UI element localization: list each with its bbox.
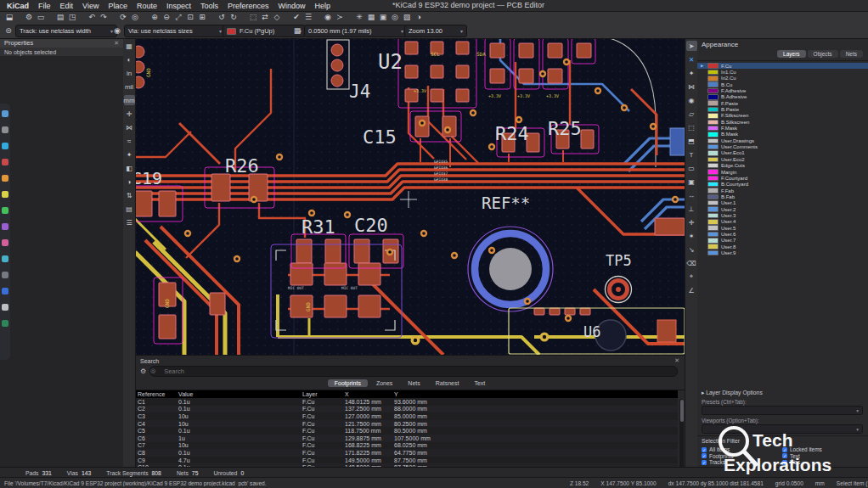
filter-all-items[interactable]: ✓All items xyxy=(702,446,782,453)
track-width-icon[interactable]: ⊜ xyxy=(3,25,14,36)
net-highlight-icon[interactable]: ✦ xyxy=(124,149,135,160)
layer-row-f-adhesive[interactable]: F.Adhesive xyxy=(696,87,868,93)
layer-color-swatch[interactable] xyxy=(707,76,719,81)
layer-row-user-2[interactable]: User.2 xyxy=(696,206,868,212)
route-tracks-tool-icon[interactable]: ✕ xyxy=(686,54,697,65)
silkscreen-label[interactable]: C20 xyxy=(354,215,388,236)
silkscreen-label[interactable]: REF** xyxy=(482,194,530,212)
layer-display-options-header[interactable]: ▸ Layer Display Options xyxy=(696,388,868,398)
silkscreen-label[interactable]: MIC OUT xyxy=(341,286,358,290)
layer-row-user-5[interactable]: User.5 xyxy=(696,225,868,231)
full-crosshair-cursor-icon[interactable]: ✛ xyxy=(124,109,135,119)
filter-text[interactable]: ✓Text xyxy=(782,453,863,460)
drc-icon[interactable]: ✔ xyxy=(290,12,302,22)
add-radial-dimension-tool-icon[interactable]: ✶ xyxy=(686,231,697,241)
layer-row-f-fab[interactable]: F.Fab xyxy=(696,188,868,194)
layer-row-b-cu[interactable]: B.Cu xyxy=(696,81,868,87)
search-input[interactable] xyxy=(149,366,678,377)
layer-color-swatch[interactable] xyxy=(707,126,719,132)
pcb-canvas[interactable]: GPIO35GPIO36GPIO37GPIO38 U2J4C15R24R25R2… xyxy=(135,38,685,355)
menu-file[interactable]: File xyxy=(38,2,51,10)
layer-color-swatch[interactable] xyxy=(707,150,719,156)
layer-row-f-silkscreen[interactable]: F.Silkscreen xyxy=(696,113,868,119)
menu-tools[interactable]: Tools xyxy=(200,2,218,10)
checkbox-icon[interactable]: ✓ xyxy=(702,460,707,465)
menu-route[interactable]: Route xyxy=(137,2,157,10)
table-row[interactable]: C50.1uF.Cu118.7500 mm80.5000 mm xyxy=(135,427,678,435)
high-contrast-mode-icon[interactable]: ◑ xyxy=(124,177,135,187)
layer-color-swatch[interactable] xyxy=(707,144,719,150)
set-drill-origin-tool-icon[interactable]: ⌖ xyxy=(686,272,697,282)
dock-app-3[interactable] xyxy=(2,143,8,149)
silkscreen-label[interactable]: TP5 xyxy=(606,252,632,269)
high-contrast-display-icon[interactable]: ◑ xyxy=(413,12,425,22)
layer-color-swatch[interactable] xyxy=(707,138,719,144)
layer-color-swatch[interactable] xyxy=(707,188,719,194)
dock-app-12[interactable] xyxy=(2,288,8,294)
table-row[interactable]: C94.7uF.Cu149.5000 mm87.7500 mm xyxy=(135,457,678,464)
redo-icon[interactable]: ↷ xyxy=(98,12,110,22)
silkscreen-label[interactable]: GND xyxy=(145,68,151,77)
layer-row-f-courtyard[interactable]: F.Courtyard xyxy=(696,175,868,181)
silkscreen-label[interactable]: R24 xyxy=(495,123,529,144)
add-footprint-tool-icon[interactable]: ⬒ xyxy=(686,136,697,146)
rotate-ccw-icon[interactable]: ↺ xyxy=(216,12,228,22)
column-header-x[interactable]: X xyxy=(342,390,392,398)
add-text-tool-icon[interactable]: T xyxy=(686,149,697,160)
silkscreen-label[interactable]: GPIO37 xyxy=(434,171,448,176)
layer-row-f-mask[interactable]: F.Mask xyxy=(696,125,868,131)
add-aligned-dimension-tool-icon[interactable]: ↔ xyxy=(686,190,697,200)
dock-app-11[interactable] xyxy=(2,272,8,278)
silkscreen-label[interactable]: SDA xyxy=(476,51,486,57)
layer-color-swatch[interactable] xyxy=(707,219,719,225)
layer-color-swatch[interactable] xyxy=(707,206,719,212)
layer-row-b-courtyard[interactable]: B.Courtyard xyxy=(696,182,868,188)
layer-color-swatch[interactable] xyxy=(707,213,719,219)
units-millimeters-icon[interactable]: mm xyxy=(124,95,135,105)
add-orthogonal-dimension-tool-icon[interactable]: ⊥ xyxy=(686,204,697,214)
close-icon[interactable]: ✕ xyxy=(674,357,679,364)
silkscreen-label[interactable]: GPIO38 xyxy=(434,177,448,182)
layer-color-swatch[interactable] xyxy=(707,113,719,119)
layer-row-user-eco1[interactable]: User.Eco1 xyxy=(696,150,868,156)
via-size-dropdown[interactable]: Via: use netclass sizes▾ xyxy=(124,25,226,37)
scrollbar[interactable] xyxy=(679,399,684,470)
menu-kicad[interactable]: KiCad xyxy=(7,2,29,10)
layer-row-user-9[interactable]: User.9 xyxy=(696,250,868,255)
search-tab-text[interactable]: Text xyxy=(467,379,492,387)
layer-color-swatch[interactable] xyxy=(707,88,719,94)
layer-row-b-adhesive[interactable]: B.Adhesive xyxy=(696,94,868,100)
zoom-out-icon[interactable]: ⊖ xyxy=(161,12,172,22)
units-inches-icon[interactable]: in xyxy=(124,68,135,78)
menu-inspect[interactable]: Inspect xyxy=(166,2,191,10)
layer-color-swatch[interactable] xyxy=(707,94,719,100)
silkscreen-label[interactable]: C19 xyxy=(135,168,162,188)
layer-row-user-drawings[interactable]: User.Drawings xyxy=(696,137,868,143)
scripting-console-icon[interactable]: ≻ xyxy=(334,12,346,22)
grid-size-dropdown[interactable]: 0.0500 mm (1.97 mils)▾ xyxy=(304,25,408,37)
dock-app-14[interactable] xyxy=(2,320,8,327)
filter-footprints[interactable]: ✓Footprints xyxy=(702,453,782,460)
layer-row-user-8[interactable]: User.8 xyxy=(696,244,868,250)
layer-row-b-paste[interactable]: B.Paste xyxy=(696,106,868,112)
layer-row-user-eco2[interactable]: User.Eco2 xyxy=(696,156,868,162)
layer-row-margin[interactable]: Margin xyxy=(696,169,868,175)
zoom-in-icon[interactable]: ⊕ xyxy=(149,12,161,22)
menu-place[interactable]: Place xyxy=(108,2,127,10)
layer-row-b-silkscreen[interactable]: B.Silkscreen xyxy=(696,119,868,125)
checkbox-icon[interactable]: ✓ xyxy=(702,447,707,452)
column-header-value[interactable]: Value xyxy=(176,390,300,398)
search-tab-footprints[interactable]: Footprints xyxy=(328,379,368,387)
curved-ratsnest-icon[interactable]: ≈ xyxy=(124,136,135,146)
layer-row-user-7[interactable]: User.7 xyxy=(696,238,868,244)
dock-app-7[interactable] xyxy=(2,207,8,214)
layer-row-user-6[interactable]: User.6 xyxy=(696,231,868,237)
layers-manager-icon[interactable]: ☰ xyxy=(302,12,314,22)
ratsnest-visibility-icon[interactable]: ⋈ xyxy=(124,122,135,132)
silkscreen-label[interactable]: R26 xyxy=(225,155,259,177)
menu-view[interactable]: View xyxy=(82,2,99,10)
layer-row-user-comments[interactable]: User.Comments xyxy=(696,143,868,149)
layer-row-in1-cu[interactable]: In1.Cu xyxy=(696,69,868,75)
table-row[interactable]: C310uF.Cu127.0000 mm85.0000 mm xyxy=(135,412,678,420)
dock-app-2[interactable] xyxy=(2,126,8,133)
